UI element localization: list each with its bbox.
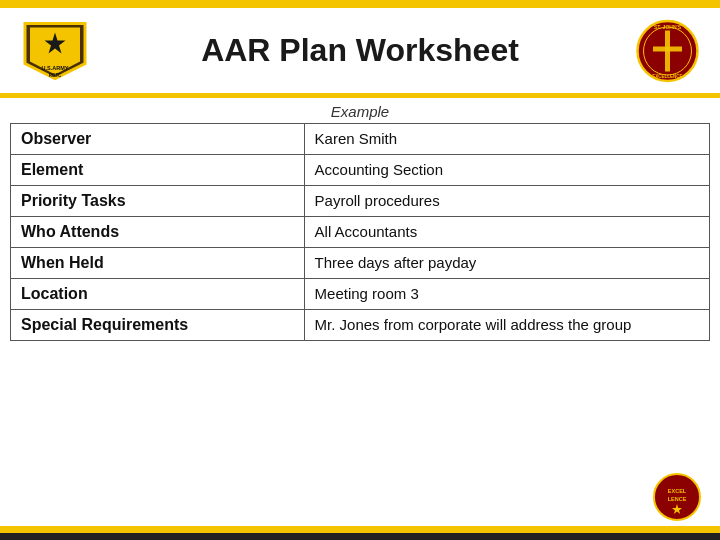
bottom-bars [0,526,720,540]
row-value-3: All Accountants [304,217,709,248]
table-row: When HeldThree days after payday [11,248,710,279]
table-row: Special RequirementsMr. Jones from corpo… [11,310,710,341]
row-label-2: Priority Tasks [11,186,305,217]
svg-rect-9 [653,46,682,51]
svg-text:ST. JOHN'S: ST. JOHN'S [654,23,682,29]
row-value-4: Three days after payday [304,248,709,279]
table-row: LocationMeeting room 3 [11,279,710,310]
bottom-gold-bar [0,526,720,533]
page-title: AAR Plan Worksheet [201,32,519,69]
row-value-0: Karen Smith [304,124,709,155]
worksheet-table-wrapper: ObserverKaren SmithElementAccounting Sec… [0,123,720,346]
row-label-6: Special Requirements [11,310,305,341]
row-label-3: Who Attends [11,217,305,248]
row-label-1: Element [11,155,305,186]
army-logo: U.S.ARMY ROTC [20,18,90,83]
row-value-6: Mr. Jones from corporate will address th… [304,310,709,341]
row-value-1: Accounting Section [304,155,709,186]
bottom-black-bar [0,533,720,540]
table-row: ObserverKaren Smith [11,124,710,155]
table-row: Priority TasksPayroll procedures [11,186,710,217]
header: U.S.ARMY ROTC AAR Plan Worksheet ST. JOH… [0,8,720,93]
excellence-badge: EXCEL LENCE [652,472,702,522]
svg-text:EXCELLENCE: EXCELLENCE [652,73,682,78]
row-value-5: Meeting room 3 [304,279,709,310]
top-bar [0,0,720,8]
svg-text:ROTC: ROTC [49,72,62,77]
row-label-4: When Held [11,248,305,279]
row-label-5: Location [11,279,305,310]
subtitle: Example [0,98,720,123]
svg-text:LENCE: LENCE [668,496,687,502]
worksheet-table: ObserverKaren SmithElementAccounting Sec… [10,123,710,341]
svg-text:EXCEL: EXCEL [668,488,687,494]
table-row: ElementAccounting Section [11,155,710,186]
row-label-0: Observer [11,124,305,155]
row-value-2: Payroll procedures [304,186,709,217]
svg-text:U.S.ARMY: U.S.ARMY [42,64,69,70]
stjohns-logo: ST. JOHN'S EXCELLENCE [635,18,700,83]
table-row: Who AttendsAll Accountants [11,217,710,248]
